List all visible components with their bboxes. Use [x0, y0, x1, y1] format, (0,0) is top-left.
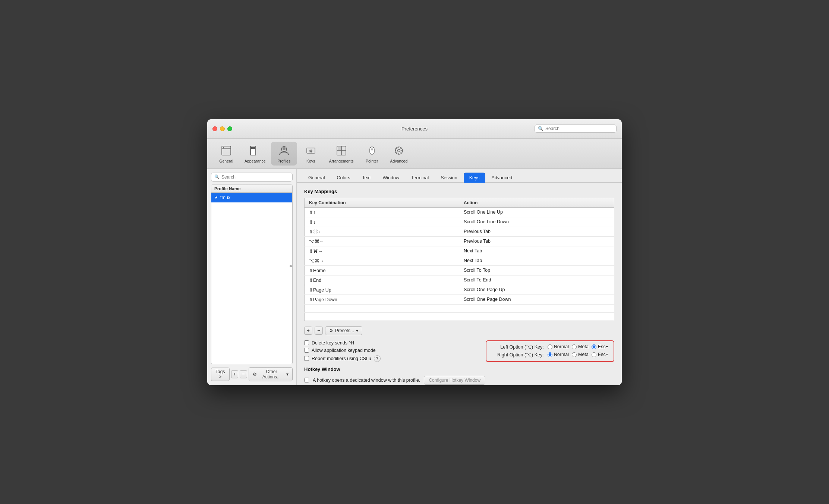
table-row[interactable]: ⇧EndScroll To End: [305, 275, 614, 285]
action-cell: Scroll To End: [459, 275, 614, 285]
table-row[interactable]: ⇧HomeScroll To Top: [305, 265, 614, 275]
minimize-button[interactable]: [220, 126, 225, 131]
toolbar-item-profiles[interactable]: Profiles: [271, 142, 297, 166]
close-button[interactable]: [212, 126, 217, 131]
toolbar-item-pointer[interactable]: Pointer: [359, 142, 385, 166]
right-escplus-radio[interactable]: [592, 352, 596, 357]
tab-keys[interactable]: Keys: [464, 173, 485, 183]
tab-general[interactable]: General: [303, 173, 330, 183]
left-escplus-option[interactable]: Esc+: [592, 344, 608, 349]
left-meta-label: Meta: [578, 344, 589, 349]
help-button[interactable]: ?: [374, 355, 381, 362]
toolbar-item-advanced[interactable]: Advanced: [386, 142, 412, 166]
left-normal-option[interactable]: Normal: [548, 344, 569, 349]
table-row[interactable]: ⇧↓Scroll One Line Down: [305, 217, 614, 227]
svg-rect-2: [223, 147, 224, 148]
svg-point-7: [283, 147, 286, 150]
report-modifiers-checkbox[interactable]: [304, 356, 309, 361]
left-meta-radio[interactable]: [572, 344, 577, 349]
table-row[interactable]: ⌥⌘→Next Tab: [305, 256, 614, 265]
tab-terminal[interactable]: Terminal: [406, 173, 434, 183]
remove-mapping-button[interactable]: −: [315, 327, 323, 335]
keys-icon: ⌘: [304, 144, 318, 157]
other-actions-label: Other Actions...: [259, 369, 284, 379]
table-row[interactable]: ⇧⌘←Previous Tab: [305, 227, 614, 236]
toolbar-item-keys[interactable]: ⌘ Keys: [298, 142, 324, 166]
gear-icon: ⚙: [253, 372, 257, 377]
add-mapping-button[interactable]: +: [304, 327, 312, 335]
tab-text[interactable]: Text: [357, 173, 376, 183]
sidebar-search-input[interactable]: [221, 174, 289, 180]
table-row[interactable]: ⌥⌘←Previous Tab: [305, 236, 614, 246]
sidebar-search-box[interactable]: 🔍: [211, 173, 293, 182]
key-combination-cell: ⇧↑: [305, 207, 460, 217]
maximize-button[interactable]: [227, 126, 232, 131]
action-cell: Scroll One Page Up: [459, 285, 614, 294]
delete-key-checkbox[interactable]: [304, 340, 309, 345]
search-box[interactable]: 🔍: [535, 125, 617, 133]
hotkey-section: Hotkey Window A hotkey opens a dedicated…: [304, 366, 614, 385]
configure-hotkey-button[interactable]: Configure Hotkey Window: [424, 376, 485, 385]
svg-line-24: [401, 152, 401, 153]
search-input[interactable]: [545, 126, 613, 131]
key-combination-cell: ⇧Home: [305, 265, 460, 275]
tab-colors[interactable]: Colors: [331, 173, 356, 183]
search-icon: 🔍: [538, 126, 543, 131]
right-normal-label: Normal: [554, 352, 569, 357]
right-option-row: Right Option (⌥) Key: Normal Meta: [492, 352, 608, 357]
presets-gear-icon: ⚙: [329, 328, 333, 333]
action-cell: Previous Tab: [459, 227, 614, 236]
panel-body: Key Mappings Key Combination Action ⇧↑Sc…: [297, 183, 622, 385]
table-row[interactable]: ⇧⌘→Next Tab: [305, 246, 614, 256]
presets-button[interactable]: ⚙ Presets... ▾: [325, 326, 362, 335]
left-option-row: Left Option (⌥) Key: Normal Meta: [492, 344, 608, 350]
keypad-mode-option[interactable]: Allow application keypad mode: [304, 348, 478, 353]
key-combination-cell: ⇧⌘→: [305, 246, 460, 256]
toolbar: General Appearance Profiles: [207, 139, 622, 169]
toolbar-item-general[interactable]: General: [213, 142, 239, 166]
sidebar-bottom-controls: Tags > + − ⚙ Other Actions... ▾: [211, 367, 293, 381]
arrangements-icon: [335, 144, 348, 157]
tab-advanced[interactable]: Advanced: [486, 173, 518, 183]
svg-text:⌘: ⌘: [309, 149, 313, 153]
svg-line-25: [401, 148, 401, 148]
action-cell: Next Tab: [459, 256, 614, 265]
left-normal-radio[interactable]: [548, 344, 552, 349]
right-normal-option[interactable]: Normal: [548, 352, 569, 357]
add-profile-button[interactable]: +: [231, 370, 239, 378]
sidebar-search-icon: 🔍: [214, 174, 220, 179]
tab-window[interactable]: Window: [377, 173, 405, 183]
hotkey-checkbox[interactable]: [304, 378, 309, 382]
right-meta-radio[interactable]: [572, 352, 577, 357]
right-normal-radio[interactable]: [548, 352, 552, 357]
table-row[interactable]: ⇧Page DownScroll One Page Down: [305, 294, 614, 304]
delete-key-option[interactable]: Delete key sends ^H: [304, 340, 478, 346]
tags-button[interactable]: Tags >: [211, 368, 230, 381]
left-escplus-radio[interactable]: [592, 344, 596, 349]
hotkey-label: A hotkey opens a dedicated window with t…: [313, 378, 420, 383]
left-meta-option[interactable]: Meta: [572, 344, 589, 349]
pointer-label: Pointer: [366, 159, 378, 163]
table-controls: + − ⚙ Presets... ▾: [304, 326, 614, 335]
right-option-radio-group: Normal Meta Esc+: [548, 352, 608, 357]
key-mappings-table: Key Combination Action ⇧↑Scroll One Line…: [304, 198, 614, 321]
tab-session[interactable]: Session: [435, 173, 463, 183]
table-row[interactable]: ⇧↑Scroll One Line Up: [305, 207, 614, 217]
keypad-mode-checkbox[interactable]: [304, 348, 309, 353]
sidebar: 🔍 Profile Name ★ tmux Tags > + − ⚙: [207, 169, 297, 385]
toolbar-item-arrangements[interactable]: Arrangements: [325, 142, 358, 166]
table-row[interactable]: ⇧Page UpScroll One Page Up: [305, 285, 614, 294]
other-actions-button[interactable]: ⚙ Other Actions... ▾: [249, 367, 293, 381]
empty-row: [305, 312, 614, 321]
key-combination-cell: ⇧Page Down: [305, 294, 460, 304]
arrangements-label: Arrangements: [329, 159, 354, 163]
remove-profile-button[interactable]: −: [240, 370, 247, 378]
tab-bar: General Colors Text Window Terminal Sess…: [297, 169, 622, 183]
left-option-radio-group: Normal Meta Esc+: [548, 344, 608, 349]
svg-line-23: [396, 148, 397, 148]
action-cell: Scroll One Line Down: [459, 217, 614, 227]
right-meta-option[interactable]: Meta: [572, 352, 589, 357]
toolbar-item-appearance[interactable]: Appearance: [240, 142, 270, 166]
profile-row-tmux[interactable]: ★ tmux: [211, 193, 292, 202]
right-escplus-option[interactable]: Esc+: [592, 352, 608, 357]
